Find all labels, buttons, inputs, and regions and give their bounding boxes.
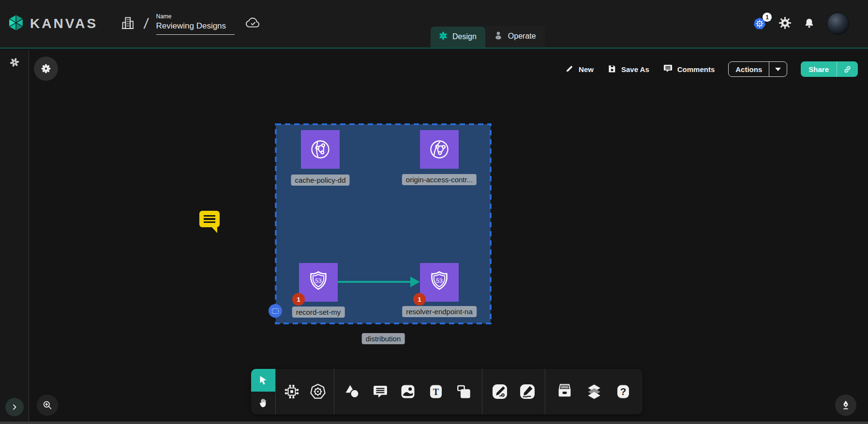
image-tool-button[interactable] bbox=[398, 381, 418, 402]
sidebar-expand-button[interactable] bbox=[5, 398, 24, 416]
new-label: New bbox=[579, 65, 594, 73]
tab-operate-label: Operate bbox=[508, 32, 536, 41]
meshery-swirl-icon[interactable] bbox=[9, 57, 20, 70]
canvas-comment-marker[interactable] bbox=[199, 211, 221, 234]
route53-shield-icon: 53 bbox=[427, 270, 452, 295]
svg-text:53: 53 bbox=[315, 278, 322, 284]
comment-bubble-tail bbox=[211, 227, 217, 233]
new-button[interactable]: New bbox=[565, 64, 594, 75]
organization-icon[interactable] bbox=[120, 15, 135, 32]
shapes-icon bbox=[344, 383, 360, 400]
edge-arrowhead bbox=[410, 277, 420, 287]
kubernetes-context-badge: 1 bbox=[763, 13, 772, 22]
link-icon bbox=[843, 65, 852, 74]
node-badge[interactable]: 1 bbox=[413, 293, 426, 306]
svg-text:?: ? bbox=[620, 386, 627, 397]
brand[interactable]: KANVAS bbox=[7, 14, 98, 34]
kanvas-app: KANVAS / Name bbox=[0, 0, 868, 424]
operate-person-icon bbox=[493, 30, 504, 43]
cursor-arrow-icon bbox=[258, 375, 269, 386]
component-circuit-icon bbox=[284, 383, 300, 400]
actions-dropdown-button[interactable]: Actions bbox=[728, 61, 787, 77]
tab-design-label: Design bbox=[452, 32, 477, 41]
route53-shield-icon: 53 bbox=[306, 270, 331, 295]
header-right-cluster: 1 bbox=[752, 0, 868, 47]
node-badge[interactable]: 1 bbox=[292, 293, 305, 306]
comment-bubble-icon bbox=[663, 63, 673, 75]
kubernetes-wheel-icon bbox=[309, 383, 327, 400]
svg-text:T: T bbox=[433, 387, 439, 397]
pen-nib-icon bbox=[840, 400, 851, 410]
edge-record-to-resolver[interactable] bbox=[338, 281, 411, 283]
left-sidebar bbox=[0, 50, 29, 424]
design-name-input[interactable] bbox=[156, 21, 235, 35]
pencil-icon bbox=[565, 64, 574, 75]
pen-tool-button[interactable] bbox=[490, 381, 510, 402]
comment-tool-button[interactable] bbox=[370, 381, 390, 402]
text-tool-button[interactable]: T bbox=[426, 381, 446, 402]
window-bottom-strip bbox=[0, 422, 868, 424]
group-label-distribution[interactable]: distribution bbox=[362, 333, 405, 344]
component-tool-button[interactable] bbox=[282, 381, 302, 402]
node-label-resolver-endpoint[interactable]: resolver-endpoint-na bbox=[402, 306, 477, 317]
zoom-in-icon bbox=[42, 400, 53, 410]
notifications-bell-icon[interactable] bbox=[803, 17, 815, 31]
layers-tool-button[interactable] bbox=[584, 381, 604, 402]
share-button[interactable]: Share bbox=[801, 61, 858, 77]
node-resolver-endpoint[interactable]: 53 1 bbox=[420, 263, 459, 302]
menu-icon[interactable] bbox=[858, 18, 862, 29]
kanvas-logo-icon bbox=[7, 14, 25, 34]
layers-icon bbox=[585, 383, 603, 400]
mode-tabs: Design Operate bbox=[431, 26, 545, 47]
pan-tool-button[interactable] bbox=[251, 392, 275, 414]
toolbar-section-misc: ? bbox=[545, 369, 643, 414]
help-icon: ? bbox=[615, 383, 631, 400]
floppy-disk-icon bbox=[607, 64, 617, 75]
toolbar-section-annotations: T bbox=[334, 369, 482, 414]
sticky-note-tool-button[interactable] bbox=[454, 381, 474, 402]
actions-caret[interactable] bbox=[769, 62, 787, 76]
comments-label: Comments bbox=[677, 65, 715, 73]
settings-gear-icon[interactable] bbox=[778, 16, 792, 31]
node-label-cache-policy[interactable]: cache-policy-dd bbox=[291, 175, 349, 186]
design-name-block: Name bbox=[156, 13, 235, 35]
image-icon bbox=[400, 383, 416, 400]
group-resize-handle[interactable] bbox=[269, 304, 282, 318]
text-icon: T bbox=[428, 383, 444, 400]
pen-mode-button[interactable] bbox=[835, 395, 856, 416]
kubernetes-context-button[interactable]: 1 bbox=[752, 16, 767, 31]
shapes-tool-button[interactable] bbox=[342, 381, 362, 402]
node-label-origin-access[interactable]: origin-access-contr... bbox=[402, 174, 477, 185]
node-record-set[interactable]: 53 1 bbox=[299, 263, 338, 302]
chevron-down-icon bbox=[775, 68, 781, 71]
node-origin-access[interactable] bbox=[420, 130, 459, 169]
node-label-record-set[interactable]: record-set-my bbox=[292, 307, 345, 318]
drawer-tool-button[interactable] bbox=[554, 381, 575, 402]
actions-label: Actions bbox=[729, 62, 769, 76]
node-cache-policy[interactable] bbox=[301, 130, 340, 169]
design-canvas[interactable]: New Save As bbox=[29, 50, 868, 424]
header: KANVAS / Name bbox=[0, 0, 868, 49]
tab-operate[interactable]: Operate bbox=[485, 26, 545, 47]
kubernetes-tool-button[interactable] bbox=[308, 381, 328, 402]
tab-design[interactable]: Design bbox=[431, 27, 485, 47]
zoom-in-button[interactable] bbox=[37, 395, 58, 416]
cloud-sync-icon bbox=[245, 16, 261, 31]
canvas-menu-flower-button[interactable] bbox=[34, 57, 58, 81]
share-label: Share bbox=[801, 61, 837, 77]
design-swirl-icon bbox=[438, 31, 448, 43]
share-link-segment[interactable] bbox=[837, 61, 858, 77]
comments-button[interactable]: Comments bbox=[663, 63, 715, 75]
save-as-button[interactable]: Save As bbox=[607, 64, 649, 75]
select-tool-button[interactable] bbox=[251, 369, 275, 392]
brand-name: KANVAS bbox=[30, 16, 98, 31]
svg-text:53: 53 bbox=[436, 278, 443, 284]
help-tool-button[interactable]: ? bbox=[613, 381, 633, 402]
user-avatar[interactable] bbox=[827, 13, 849, 35]
bottom-toolbar: T bbox=[251, 369, 643, 414]
pencil-draw-tool-button[interactable] bbox=[517, 381, 538, 402]
globe-network-icon bbox=[423, 133, 455, 165]
pencil-scribble-icon bbox=[519, 383, 536, 400]
comment-bubble-icon bbox=[372, 383, 389, 400]
drawer-archive-icon bbox=[556, 383, 573, 400]
